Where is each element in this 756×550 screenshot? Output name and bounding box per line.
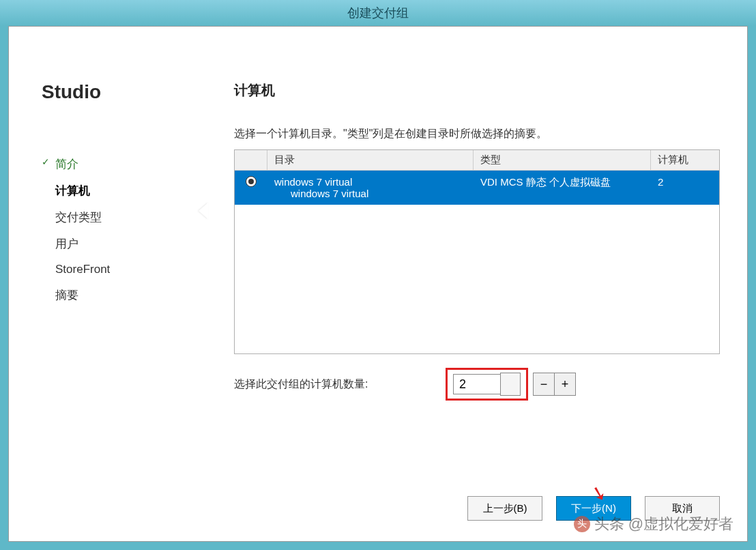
header-catalog[interactable]: 目录 <box>267 150 474 170</box>
step-storefront[interactable]: StoreFront <box>42 257 186 282</box>
main-content: 计算机 选择一个计算机目录。"类型"列是在创建目录时所做选择的摘要。 目录 类型… <box>207 27 747 541</box>
step-introduction[interactable]: 简介 <box>42 151 186 177</box>
catalog-table: 目录 类型 计算机 windows 7 virtual windows 7 vi… <box>234 149 720 354</box>
page-title: 计算机 <box>234 81 720 100</box>
step-summary[interactable]: 摘要 <box>42 282 186 308</box>
decrement-button[interactable]: − <box>533 373 555 396</box>
wizard-steps: 简介 计算机 交付类型 用户 StoreFront 摘要 <box>42 151 186 308</box>
step-label: 计算机 <box>55 184 90 197</box>
step-label: 摘要 <box>55 289 78 302</box>
machine-count-row: 选择此交付组的计算机数量: − + <box>234 368 720 401</box>
back-button[interactable]: 上一步(B) <box>467 496 542 521</box>
radio-icon <box>246 176 257 187</box>
machine-count-input[interactable] <box>453 374 501 394</box>
window-title: 创建交付组 <box>347 5 409 21</box>
step-delivery-type[interactable]: 交付类型 <box>42 204 186 231</box>
brand-title: Studio <box>42 81 186 103</box>
wizard-sidebar: Studio 简介 计算机 交付类型 用户 StoreFront 摘要 <box>9 27 207 541</box>
row-catalog: windows 7 virtual windows 7 virtual <box>267 175 474 201</box>
step-indicator-notch <box>199 203 208 219</box>
table-row[interactable]: windows 7 virtual windows 7 virtual VDI … <box>235 171 719 205</box>
watermark-logo-icon: 头 <box>574 516 590 532</box>
next-button-label: 下一步(N) <box>571 502 616 514</box>
row-type: VDI MCS 静态 个人虚拟磁盘 <box>474 175 651 190</box>
step-users[interactable]: 用户 <box>42 231 186 257</box>
watermark: 头 头条 @虚拟化爱好者 <box>574 514 733 534</box>
title-bar: 创建交付组 <box>0 0 756 26</box>
step-machines[interactable]: 计算机 <box>42 177 186 204</box>
increment-button[interactable]: + <box>554 373 576 396</box>
table-header: 目录 类型 计算机 <box>235 150 719 171</box>
row-radio[interactable] <box>235 175 267 188</box>
row-machines: 2 <box>651 175 719 189</box>
step-label: StoreFront <box>55 263 110 276</box>
header-type[interactable]: 类型 <box>474 150 651 170</box>
spinner-track <box>500 373 521 396</box>
radio-dot-icon <box>248 179 254 184</box>
catalog-name: windows 7 virtual <box>274 176 467 188</box>
instruction-text: 选择一个计算机目录。"类型"列是在创建目录时所做选择的摘要。 <box>234 127 720 141</box>
count-label: 选择此交付组的计算机数量: <box>234 377 446 392</box>
step-label: 简介 <box>55 158 78 171</box>
dialog-container: Studio 简介 计算机 交付类型 用户 StoreFront 摘要 计算机 <box>8 26 748 542</box>
count-input-highlight <box>446 368 528 401</box>
spinner-buttons: − + <box>534 373 576 396</box>
catalog-description: windows 7 virtual <box>274 188 467 199</box>
step-label: 用户 <box>55 237 78 250</box>
watermark-text: 头条 @虚拟化爱好者 <box>594 514 733 534</box>
step-label: 交付类型 <box>55 211 102 224</box>
header-machines[interactable]: 计算机 <box>651 150 719 170</box>
header-select <box>235 150 267 170</box>
